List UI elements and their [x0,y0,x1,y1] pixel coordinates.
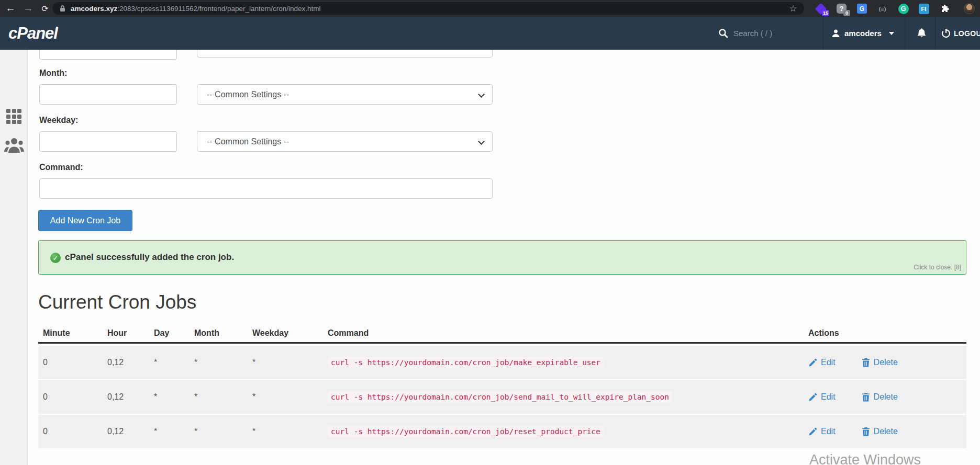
logout-label: LOGOUT [954,29,980,38]
extension-paren-icon[interactable]: (≡) [876,3,888,15]
extension-purple-icon[interactable]: 15 [815,3,827,15]
delete-link[interactable]: Delete [862,427,898,436]
users-group-icon [4,137,24,153]
puzzle-icon [941,5,949,13]
extension-fi-icon[interactable]: FI [918,3,930,15]
bookmark-star-icon[interactable]: ☆ [786,0,800,17]
cell-hour: 0,12 [107,427,154,436]
pencil-icon [808,358,817,367]
command-label: Command: [39,163,83,172]
command-input[interactable] [39,178,493,199]
notifications-button[interactable] [912,17,930,50]
weekday-label: Weekday: [39,116,78,125]
cell-weekday: * [252,358,328,367]
banner-close-hint: Click to close. [8] [914,264,961,271]
main-content: -- Common Settings -- Month: -- Common S… [28,0,980,465]
col-header-weekday: Weekday [252,328,328,338]
search-placeholder: Search ( / ) [733,29,772,38]
cell-month: * [194,358,252,367]
cell-day: * [154,392,194,402]
browser-toolbar: ← → ⟳ amcoders.xyz:2083/cpsess1136911562… [0,0,980,17]
cron-table-header: Minute Hour Day Month Weekday Command Ac… [38,324,966,344]
edit-link[interactable]: Edit [808,427,836,436]
pencil-icon [808,393,817,402]
table-row: 0 0,12 * * * curl -s https://yourdomain.… [38,380,966,414]
edit-link[interactable]: Edit [808,392,836,402]
cell-hour: 0,12 [107,392,154,402]
user-icon [831,29,840,38]
page-title: Current Cron Jobs [38,291,196,313]
avatar [964,3,975,14]
user-menu[interactable]: amcoders [831,17,894,50]
success-banner[interactable]: ✓ cPanel successfully added the cron job… [38,240,966,275]
extension-help-icon[interactable]: ? 0 [836,3,848,15]
search-icon [718,28,728,38]
cell-day: * [154,427,194,436]
trash-icon [862,392,870,402]
col-header-day: Day [154,328,194,338]
extensions-puzzle-icon[interactable] [939,3,951,15]
chevron-down-icon [889,32,894,35]
logout-button[interactable]: LOGOUT [941,17,980,50]
extension-badge: 15 [822,10,829,16]
extension-grammarly-icon[interactable]: G [897,3,909,15]
table-row: 0 0,12 * * * curl -s https://yourdomain.… [38,346,966,379]
username: amcoders [844,29,882,38]
cpanel-header: cPanel Search ( / ) amcoders LOGOUT [0,17,980,50]
translate-icon: G [857,4,867,14]
bell-icon [917,28,927,39]
activate-windows-watermark: Activate Windows [809,452,921,465]
browser-reload-button[interactable]: ⟳ [38,0,52,17]
sidebar-item-home[interactable] [0,109,28,124]
trash-icon [862,427,870,436]
add-cron-job-button[interactable]: Add New Cron Job [38,210,132,231]
cell-weekday: * [252,392,328,402]
cell-minute: 0 [38,392,107,402]
cron-command: curl -s https://yourdomain.com/cron_job/… [328,391,672,403]
col-header-actions: Actions [808,328,966,338]
weekday-common-settings-select[interactable]: -- Common Settings -- [197,131,493,152]
month-common-settings-select[interactable]: -- Common Settings -- [197,84,493,105]
browser-profile-avatar[interactable] [963,3,975,15]
cron-command: curl -s https://yourdomain.com/cron_job/… [328,426,604,437]
header-search[interactable]: Search ( / ) [718,17,772,50]
cpanel-logo: cPanel [8,24,58,43]
header-divider [823,17,823,50]
cell-weekday: * [252,427,328,436]
chevron-down-icon [478,91,485,98]
pencil-icon [808,427,817,436]
grammarly-icon: G [898,4,909,14]
cell-minute: 0 [38,427,107,436]
logout-icon [941,29,951,38]
delete-link[interactable]: Delete [862,392,898,402]
delete-link[interactable]: Delete [862,358,898,367]
browser-forward-button[interactable]: → [21,0,36,17]
table-row: 0 0,12 * * * curl -s https://yourdomain.… [38,415,966,448]
cell-day: * [154,358,194,367]
edit-link[interactable]: Edit [808,358,836,367]
chevron-down-icon [478,138,485,145]
cell-month: * [194,427,252,436]
check-circle-icon: ✓ [50,253,61,263]
cell-month: * [194,392,252,402]
browser-back-button[interactable]: ← [3,0,18,17]
cell-hour: 0,12 [107,358,154,367]
fi-icon: FI [919,4,929,14]
cron-command: curl -s https://yourdomain.com/cron_job/… [328,357,604,368]
trash-icon [862,358,870,367]
banner-message: cPanel successfully added the cron job. [65,252,234,263]
lock-icon [60,5,65,12]
weekday-input[interactable] [39,131,177,152]
col-header-minute: Minute [38,328,107,338]
header-divider [935,17,936,50]
url-text: amcoders.xyz:2083/cpsess1136911562/front… [71,5,321,13]
cell-minute: 0 [38,358,107,367]
month-input[interactable] [39,84,177,105]
col-header-month: Month [194,328,252,338]
left-sidebar [0,50,28,465]
extension-badge: 0 [843,10,850,16]
col-header-hour: Hour [107,328,154,338]
sidebar-item-users[interactable] [0,137,28,153]
address-bar[interactable]: amcoders.xyz:2083/cpsess1136911562/front… [52,2,804,15]
extension-translate-icon[interactable]: G [856,3,868,15]
